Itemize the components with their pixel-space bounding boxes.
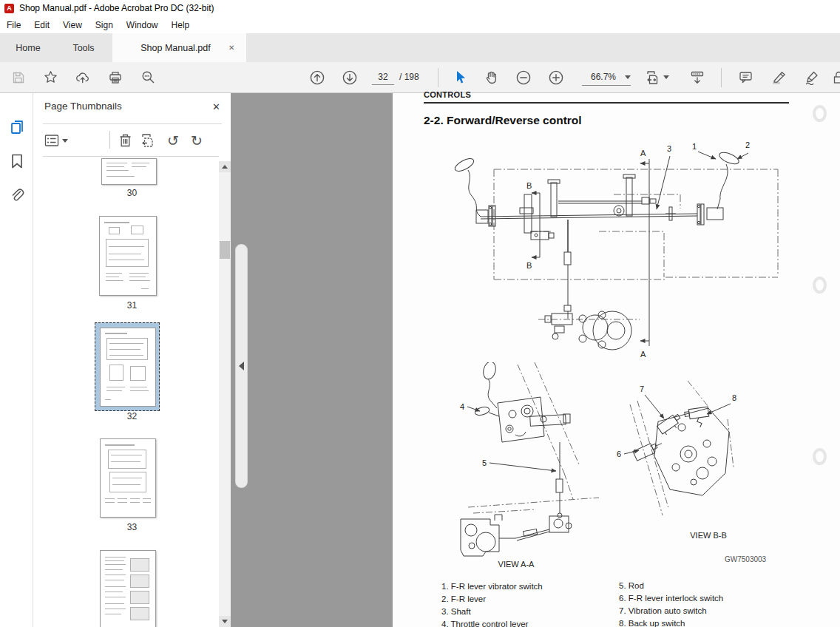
panel-divider [43,123,222,124]
thumbnail-label: 32 [33,411,231,421]
rotate-cw-button[interactable]: ↻ [191,132,203,149]
scrollbar-thumb[interactable] [220,241,230,259]
toolbar-divider [438,68,438,87]
legend-left-column: 1. F-R lever vibrator switch 2. F-R leve… [441,580,543,627]
page-thumbnails-rail-button[interactable] [8,118,26,136]
acrobat-logo-icon: A [4,4,14,13]
highlighter-icon [771,70,787,85]
toolbar-panel-button[interactable] [688,62,707,92]
toolbar-divider [721,68,722,87]
search-button[interactable] [138,62,158,92]
panel-close-icon[interactable]: ✕ [212,101,220,112]
triangle-down-icon [222,620,228,623]
print-button[interactable] [106,62,125,92]
panel-tool-divider [109,131,110,149]
page-thumbnails-panel: Page Thumbnails ✕ ↺ ↻ [33,93,231,627]
attachments-rail-button[interactable] [8,186,26,204]
star-icon [44,70,58,84]
options-list-icon [44,134,59,147]
panel-divider [43,156,219,157]
thumbnails-scrollbar[interactable] [219,161,231,627]
lock-icon [833,71,840,84]
thumbnail-options-button[interactable] [44,132,68,149]
menu-help[interactable]: Help [165,18,197,33]
resize-pages-icon [141,133,156,148]
search-icon [141,70,155,84]
page-heading: 2-2. Forward/Reverse control [424,114,582,127]
legend-item: 7. Vibration auto switch [619,605,723,617]
view-b-b-caption: VIEW B-B [671,531,745,540]
callout-4: 4 [460,402,464,411]
legend-item: 2. F-R lever [441,593,543,606]
tab-close-icon[interactable]: ✕ [228,44,246,52]
legend-item: 5. Rod [619,580,723,592]
tab-tools[interactable]: Tools [56,33,111,62]
chevron-down-icon [663,75,669,79]
panel-title: Page Thumbnails [44,101,222,118]
favorite-star-button[interactable] [41,62,60,92]
zoom-out-button[interactable] [514,62,533,92]
delete-pages-button[interactable] [118,132,132,149]
menu-file[interactable]: File [0,18,27,33]
legend-right-column: 5. Rod 6. F-R lever interlock switch 7. … [619,580,723,627]
next-page-button[interactable] [340,62,359,92]
chevron-down-icon [625,75,631,79]
highlight-button[interactable] [768,62,789,92]
legend-item: 1. F-R lever vibrator switch [441,580,543,593]
page-up-icon [309,70,325,86]
callout-8: 8 [732,393,736,402]
menu-window[interactable]: Window [120,18,165,33]
view-a-a-diagram: 4 5 [447,362,603,560]
fountain-pen-icon [805,70,820,85]
thumbnail-label: 31 [33,300,231,311]
thumbnail-label: 33 [33,522,231,532]
menu-sign[interactable]: Sign [89,18,120,33]
save-button[interactable] [9,62,28,92]
previous-page-button[interactable] [308,62,327,92]
scan-ring-artifact [813,448,827,465]
zoom-level-value: 66.7% [582,72,625,82]
callout-3: 3 [667,144,671,153]
scan-ring-artifact [813,105,827,122]
collapse-left-icon [239,362,244,370]
section-a-label: A [640,149,646,157]
hand-icon [484,70,499,85]
protect-button[interactable] [833,62,840,92]
section-header-rule [424,102,789,104]
comment-button[interactable] [736,62,755,92]
hand-tool-button[interactable] [482,62,501,92]
menu-view[interactable]: View [56,18,89,33]
forward-reverse-linkage-diagram: A A B B 3 1 2 [444,137,788,362]
rotate-ccw-button[interactable]: ↺ [167,132,179,149]
zoom-in-button[interactable] [546,62,566,92]
fit-width-button[interactable] [645,62,670,92]
menu-edit[interactable]: Edit [27,18,56,33]
select-tool-button[interactable] [451,62,470,92]
scroll-down-button[interactable] [219,616,231,627]
title-bar: A Shop Manual.pdf - Adobe Acrobat Pro DC… [0,0,840,16]
tab-bar: Home Tools Shop Manual.pdf ✕ [0,33,840,62]
sign-button[interactable] [802,62,822,92]
page-number-input[interactable]: 32 [372,70,394,85]
zoom-level-dropdown[interactable]: 66.7% [582,69,631,86]
menu-bar: File Edit View Sign Window Help [0,16,840,33]
comment-bubble-icon [739,70,753,84]
window-title: Shop Manual.pdf - Adobe Acrobat Pro DC (… [19,3,214,13]
triangle-up-icon [222,165,228,169]
tab-document[interactable]: Shop Manual.pdf ✕ [112,33,246,62]
zoom-out-icon [515,70,532,86]
share-cloud-button[interactable] [73,62,92,92]
cloud-upload-icon [75,71,90,84]
view-b-b-diagram: 7 8 6 [615,379,744,528]
bookmarks-rail-button[interactable] [8,152,26,170]
view-a-a-caption: VIEW A-A [479,560,553,569]
trash-icon [118,133,132,148]
legend-item: 6. F-R lever interlock switch [619,592,723,605]
paperclip-icon [8,186,26,204]
panel-collapse-handle[interactable] [235,244,248,488]
scroll-up-button[interactable] [219,161,231,172]
section-b-label: B [526,261,532,270]
tab-home[interactable]: Home [0,33,56,62]
legend-item: 4. Throttle control lever [441,618,543,627]
resize-pages-button[interactable] [141,132,156,149]
